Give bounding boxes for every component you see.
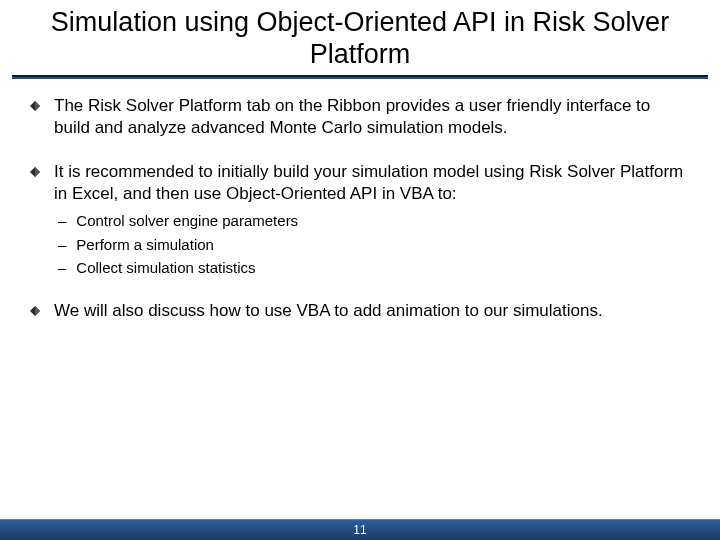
diamond-bullet-icon (30, 167, 40, 177)
dash-bullet-icon: – (58, 211, 66, 231)
slide-title: Simulation using Object-Oriented API in … (40, 6, 680, 71)
footer-bar: 11 (0, 519, 720, 540)
sub-bullet-item: – Control solver engine parameters (58, 211, 690, 231)
dash-bullet-icon: – (58, 235, 66, 255)
bullet-text: We will also discuss how to use VBA to a… (54, 300, 603, 322)
page-number: 11 (353, 523, 366, 537)
sub-bullet-text: Collect simulation statistics (76, 258, 255, 278)
slide: Simulation using Object-Oriented API in … (0, 0, 720, 540)
diamond-bullet-icon (30, 101, 40, 111)
svg-marker-5 (35, 306, 40, 316)
sub-bullet-item: – Collect simulation statistics (58, 258, 690, 278)
diamond-bullet-icon (30, 306, 40, 316)
dash-bullet-icon: – (58, 258, 66, 278)
sub-bullet-list: – Control solver engine parameters – Per… (30, 211, 690, 278)
bullet-item: The Risk Solver Platform tab on the Ribb… (30, 95, 690, 139)
slide-body: The Risk Solver Platform tab on the Ribb… (0, 79, 720, 540)
bullet-item: We will also discuss how to use VBA to a… (30, 300, 690, 322)
bullet-text: It is recommended to initially build you… (54, 161, 690, 205)
bullet-text: The Risk Solver Platform tab on the Ribb… (54, 95, 690, 139)
sub-bullet-text: Control solver engine parameters (76, 211, 298, 231)
sub-bullet-item: – Perform a simulation (58, 235, 690, 255)
svg-marker-1 (35, 101, 40, 111)
title-block: Simulation using Object-Oriented API in … (0, 0, 720, 71)
bullet-item: It is recommended to initially build you… (30, 161, 690, 205)
svg-marker-3 (35, 167, 40, 177)
sub-bullet-text: Perform a simulation (76, 235, 214, 255)
